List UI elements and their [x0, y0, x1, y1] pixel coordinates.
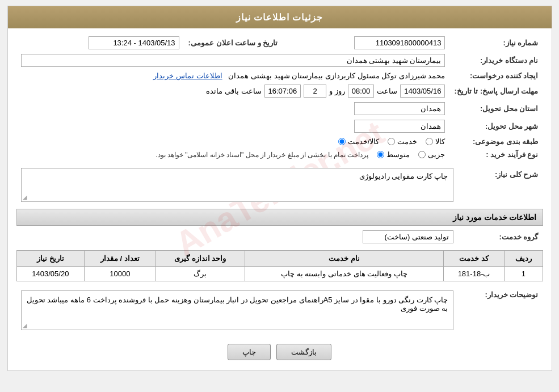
table-row: 1ب-18-181چاپ وفعالیت های خدماتی وابسته ب… [16, 267, 543, 281]
deadline-date: 1403/05/16 [400, 85, 445, 98]
city-value: همدان [16, 117, 450, 135]
content-area: شماره نیاز: 1103091800000413 تاریخ و ساع… [8, 28, 552, 370]
services-table-header: ردیف کد خدمت نام خدمت واحد اندازه گیری ت… [16, 251, 543, 267]
need-number-box: 1103091800000413 [354, 36, 445, 49]
cell-count: 10000 [85, 267, 155, 281]
buyer-notes-value: چاپ کارت رنگی دورو با مقوا در سایز A5راه… [16, 286, 458, 332]
process-type-row: جزیی متوسط پرداخت تمام یا بخشی از مبلغ خ… [21, 150, 445, 159]
subject-radio-group: کالا خدمت کالا/خدمت [21, 137, 445, 146]
subject-radio-kala-label[interactable]: کالا [426, 137, 445, 146]
resize-icon: ◢ [23, 194, 27, 200]
process-radio-motovaset-label[interactable]: متوسط [377, 150, 410, 159]
buyer-notes-table: توضیحات خریدار: چاپ کارت رنگی دورو با مق… [16, 286, 543, 332]
general-desc-value: چاپ کارت مقوایی رادیولوژی ◢ [16, 166, 458, 204]
general-desc-text: چاپ کارت مقوایی رادیولوژی [359, 172, 448, 180]
subject-radio-khedmat[interactable] [388, 138, 395, 145]
creator-text: محمد شیرزادی توکل مسئول کاربردازی بیمارس… [228, 71, 445, 80]
subject-radio3-text: کالا/خدمت [348, 137, 380, 146]
row-service-group: گروه خدمت: تولید صنعتی (ساخت) [16, 228, 543, 246]
province-value: همدان [16, 100, 450, 117]
subject-radio-khedmat-label[interactable]: خدمت [388, 137, 417, 146]
subject-type-label: طبقه بندی موضوعی: [449, 135, 543, 148]
row-general-desc: شرح کلی نیاز: چاپ کارت مقوایی رادیولوژی … [16, 166, 543, 204]
deadline-label: مهلت ارسال پاسخ: تا تاریخ: [449, 82, 543, 100]
col-name: نام خدمت [245, 251, 444, 267]
buyer-notes-box: چاپ کارت رنگی دورو با مقوا در سایز A5راه… [21, 290, 453, 330]
process-radio-jozi-label[interactable]: جزیی [418, 150, 445, 159]
subject-radio-kala-khedmat-label[interactable]: کالا/خدمت [338, 137, 380, 146]
back-button[interactable]: بازگشت [276, 344, 331, 360]
row-deadline: مهلت ارسال پاسخ: تا تاریخ: 1403/05/16 سا… [16, 82, 543, 100]
col-code: کد خدمت [443, 251, 505, 267]
col-row: ردیف [505, 251, 543, 267]
deadline-remaining-label: ساعت باقی مانده [206, 87, 261, 95]
buyer-notes-text: چاپ کارت رنگی دورو با مقوا در سایز A5راه… [27, 296, 448, 313]
deadline-row: 1403/05/16 ساعت 08:00 روز و 2 16:07:06 س… [21, 85, 445, 98]
process-radio-jozi[interactable] [418, 151, 426, 158]
cell-unit: برگ [155, 267, 245, 281]
requester-org-label: نام دستگاه خریدار: [449, 52, 543, 69]
process-radio-motovaset[interactable] [377, 151, 384, 158]
info-table: شماره نیاز: 1103091800000413 تاریخ و ساع… [16, 34, 543, 161]
row-need-number: شماره نیاز: 1103091800000413 تاریخ و ساع… [16, 34, 543, 52]
deadline-value: 1403/05/16 ساعت 08:00 روز و 2 16:07:06 س… [16, 82, 450, 100]
row-process-type: نوع فرآیند خرید : جزیی متوسط پرداخت تمام… [16, 148, 543, 161]
city-box: همدان [354, 120, 445, 133]
province-box: همدان [354, 102, 445, 115]
process-note: پرداخت تمام یا بخشی از مبلغ خریدار از مح… [155, 151, 368, 159]
city-label: شهر محل تحویل: [449, 117, 543, 135]
need-number-label: شماره نیاز: [449, 34, 543, 52]
services-table: ردیف کد خدمت نام خدمت واحد اندازه گیری ت… [16, 250, 543, 281]
process-radio1-text: جزیی [428, 150, 445, 159]
page-container: AnaTender.net جزئیات اطلاعات نیاز شماره … [7, 6, 552, 371]
col-count: تعداد / مقدار [85, 251, 155, 267]
cell-row: 1 [505, 267, 543, 281]
service-group-value: تولید صنعتی (ساخت) [16, 228, 458, 246]
print-button[interactable]: چاپ [228, 344, 271, 360]
deadline-days-label: روز و [329, 87, 345, 95]
process-type-label: نوع فرآیند خرید : [449, 148, 543, 161]
cell-name: چاپ وفعالیت های خدماتی وابسته به چاپ [245, 267, 444, 281]
deadline-time: 08:00 [348, 85, 375, 98]
deadline-remaining: 16:07:06 [264, 85, 301, 98]
page-title: جزئیات اطلاعات نیاز [8, 6, 552, 28]
province-label: استان محل تحویل: [449, 100, 543, 117]
service-group-label: گروه خدمت: [458, 228, 543, 246]
row-city: شهر محل تحویل: همدان [16, 117, 543, 135]
process-radio2-text: متوسط [386, 150, 410, 159]
services-header-row: ردیف کد خدمت نام خدمت واحد اندازه گیری ت… [16, 251, 543, 267]
subject-radio-kala[interactable] [426, 138, 433, 145]
need-number-value: 1103091800000413 [282, 34, 449, 52]
requester-org-box: بیمارستان شهید بهشتی همدان [21, 54, 445, 67]
col-unit: واحد اندازه گیری [155, 251, 245, 267]
subject-radio2-text: خدمت [397, 137, 417, 146]
general-desc-section-label: شرح کلی نیاز: [458, 166, 543, 204]
row-buyer-notes: توضیحات خریدار: چاپ کارت رنگی دورو با مق… [16, 286, 543, 332]
process-type-value: جزیی متوسط پرداخت تمام یا بخشی از مبلغ خ… [16, 148, 450, 161]
services-table-body: 1ب-18-181چاپ وفعالیت های خدماتی وابسته ب… [16, 267, 543, 281]
announcement-date-value: 1403/05/13 - 13:24 [16, 34, 184, 52]
cell-code: ب-18-181 [443, 267, 505, 281]
creator-value: محمد شیرزادی توکل مسئول کاربردازی بیمارس… [16, 69, 450, 82]
subject-type-value: کالا خدمت کالا/خدمت [16, 135, 450, 148]
general-desc-box: چاپ کارت مقوایی رادیولوژی ◢ [21, 168, 453, 202]
deadline-time-label: ساعت [377, 87, 397, 95]
notes-resize-icon: ◢ [23, 322, 27, 328]
service-group-table: گروه خدمت: تولید صنعتی (ساخت) [16, 228, 543, 246]
row-requester-org: نام دستگاه خریدار: بیمارستان شهید بهشتی … [16, 52, 543, 69]
row-province: استان محل تحویل: همدان [16, 100, 543, 117]
col-date: تاریخ نیاز [16, 251, 85, 267]
row-subject-type: طبقه بندی موضوعی: کالا خدمت کالا/خدمت [16, 135, 543, 148]
deadline-days: 2 [304, 85, 326, 98]
row-creator: ایجاد کننده درخواست: محمد شیرزادی توکل م… [16, 69, 543, 82]
subject-radio-kala-khedmat[interactable] [338, 138, 346, 145]
cell-date: 1403/05/20 [16, 267, 85, 281]
buyer-notes-label: توضیحات خریدار: [458, 286, 543, 332]
announcement-date-box: 1403/05/13 - 13:24 [89, 36, 179, 49]
requester-org-value: بیمارستان شهید بهشتی همدان [16, 52, 450, 69]
services-section-header: اطلاعات خدمات مورد نیاز [16, 209, 543, 226]
button-row: بازگشت چاپ [16, 337, 543, 365]
contact-link[interactable]: اطلاعات تماس خریدار [153, 71, 222, 80]
general-desc-table: شرح کلی نیاز: چاپ کارت مقوایی رادیولوژی … [16, 166, 543, 204]
service-group-box: تولید صنعتی (ساخت) [363, 230, 453, 243]
